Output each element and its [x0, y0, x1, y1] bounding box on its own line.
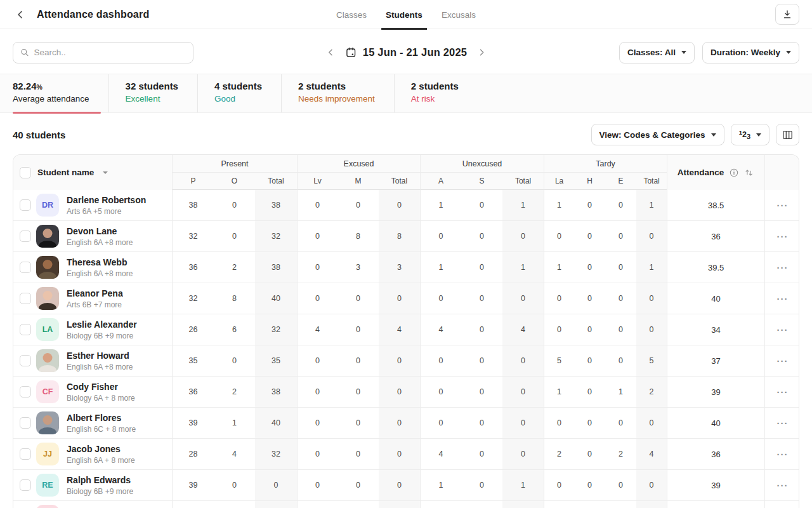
attendance-code-cell: 0: [502, 377, 544, 408]
attendance-code-cell: 0: [461, 470, 502, 501]
stat-excellent[interactable]: 32 students Excellent: [108, 74, 197, 112]
info-icon[interactable]: [729, 168, 739, 178]
group-header-present: Present: [172, 155, 297, 173]
attendance-code-cell: 0: [379, 470, 420, 501]
classes-filter-dropdown[interactable]: Classes: All: [619, 42, 695, 64]
date-range-label[interactable]: 15 Jun - 21 Jun 2025: [345, 46, 468, 58]
col-header-s: S: [461, 173, 502, 190]
row-menu-button[interactable]: ···: [764, 252, 799, 283]
row-checkbox[interactable]: [20, 324, 31, 335]
student-name: Eleanor Pena: [67, 288, 123, 298]
row-checkbox[interactable]: [20, 386, 31, 398]
attendance-code-cell: 0: [502, 221, 544, 252]
tab-classes[interactable]: Classes: [336, 0, 367, 29]
row-checkbox[interactable]: [20, 448, 31, 460]
student-name-header[interactable]: Student name: [13, 155, 172, 190]
row-menu-button[interactable]: ···: [764, 314, 799, 345]
table-row: DRDarlene RobertsonArts 6A +5 more380380…: [13, 190, 799, 221]
row-menu-button[interactable]: ···: [764, 439, 799, 470]
sort-arrows-icon[interactable]: [744, 168, 754, 178]
attendance-code-cell: 0: [337, 377, 379, 408]
row-checkbox[interactable]: [20, 355, 31, 366]
attendance-code-cell: 0: [574, 283, 605, 314]
attendance-code-cell: 32: [172, 221, 214, 252]
table-row: Devon LaneEnglish 6A +8 more320320880000…: [13, 221, 799, 252]
prev-week-button[interactable]: [324, 46, 337, 58]
student-name: Albert Flores: [67, 413, 136, 423]
attendance-code-cell: 1: [636, 190, 667, 221]
stat-needs-improvement[interactable]: 2 students Needs improvement: [281, 74, 394, 112]
attendance-code-cell: 0: [636, 470, 667, 501]
attendance-code-cell: 0: [297, 221, 337, 252]
search-box[interactable]: [13, 42, 193, 64]
stat-good[interactable]: 4 students Good: [197, 74, 281, 112]
select-all-checkbox[interactable]: [20, 167, 31, 178]
student-name: Theresa Webb: [67, 257, 133, 267]
view-dropdown[interactable]: View: Codes & Categories: [591, 124, 724, 145]
stat-at-risk[interactable]: 2 students At risk: [394, 74, 478, 112]
download-button[interactable]: [775, 4, 799, 25]
row-menu-button[interactable]: ···: [764, 377, 799, 408]
student-classes: Biology 6B +9 more: [67, 331, 137, 340]
student-cell: RERalph EdwardsBiology 6B +9 more: [13, 470, 172, 501]
next-week-button[interactable]: [475, 46, 488, 58]
row-checkbox[interactable]: [20, 293, 31, 304]
table-body: DRDarlene RobertsonArts 6A +5 more380380…: [13, 190, 799, 508]
attendance-total-cell: 40: [667, 501, 764, 508]
attendance-code-cell: 0: [297, 190, 337, 221]
attendance-code-cell: 5: [636, 345, 667, 377]
stat-label: At risk: [411, 94, 459, 104]
columns-button[interactable]: [776, 124, 799, 145]
attendance-code-cell: 0: [502, 501, 544, 508]
attendance-code-cell: 0: [297, 501, 337, 508]
stat-average-attendance[interactable]: 82.24% Average attendance: [13, 74, 108, 112]
row-checkbox[interactable]: [20, 417, 31, 429]
attendance-header[interactable]: Attendance: [667, 155, 764, 190]
tab-excusals[interactable]: Excusals: [442, 0, 476, 29]
col-header-present-total: Total: [255, 173, 297, 190]
attendance-code-cell: 1: [636, 252, 667, 283]
stats-bar: 82.24% Average attendance 32 students Ex…: [0, 74, 812, 113]
student-classes: English 6A +8 more: [67, 363, 133, 371]
attendance-code-cell: 0: [297, 283, 337, 314]
student-name: Jacob Jones: [67, 444, 135, 454]
col-header-lv: Lv: [297, 173, 337, 190]
chevron-right-icon: [476, 47, 487, 58]
attendance-code-cell: 38: [255, 190, 297, 221]
row-menu-button[interactable]: ···: [764, 283, 799, 314]
row-menu-button[interactable]: ···: [764, 470, 799, 501]
numeric-sort-dropdown[interactable]: 123: [731, 124, 769, 145]
attendance-code-cell: 5: [544, 345, 574, 377]
attendance-code-cell: 0: [502, 283, 544, 314]
student-photo-avatar: [36, 349, 59, 372]
row-menu-button[interactable]: ···: [764, 345, 799, 377]
row-checkbox[interactable]: [20, 199, 31, 211]
row-checkbox[interactable]: [20, 479, 31, 491]
attendance-code-cell: 0: [544, 314, 574, 345]
chevron-left-icon: [325, 47, 336, 58]
row-menu-button[interactable]: ···: [764, 190, 799, 221]
actions-header: [764, 155, 799, 190]
student-classes: Biology 6A + 8 more: [67, 394, 135, 403]
col-header-unexcused-total: Total: [502, 173, 544, 190]
attendance-code-cell: 1: [420, 252, 461, 283]
attendance-code-cell: 4: [297, 314, 337, 345]
search-input[interactable]: [34, 48, 187, 57]
row-menu-button[interactable]: ···: [764, 221, 799, 252]
tab-students[interactable]: Students: [386, 0, 422, 29]
attendance-code-cell: 0: [605, 190, 636, 221]
row-checkbox[interactable]: [20, 262, 31, 273]
attendance-code-cell: 35: [172, 345, 214, 377]
back-button[interactable]: [13, 7, 28, 22]
row-menu-button[interactable]: ···: [764, 408, 799, 439]
col-header-o: O: [214, 173, 255, 190]
row-checkbox[interactable]: [20, 231, 31, 242]
attendance-code-cell: 4: [502, 314, 544, 345]
calendar-icon: [345, 46, 357, 58]
stat-label: Average attendance: [13, 94, 89, 104]
student-cell: DRDarlene RobertsonArts 6A +5 more: [13, 190, 172, 221]
duration-filter-dropdown[interactable]: Duration: Weekly: [702, 42, 799, 64]
table-row: Esther HowardEnglish 6A +8 more350350000…: [13, 345, 799, 377]
student-initials-avatar: CF: [36, 380, 59, 403]
row-menu-button[interactable]: ···: [764, 501, 799, 508]
